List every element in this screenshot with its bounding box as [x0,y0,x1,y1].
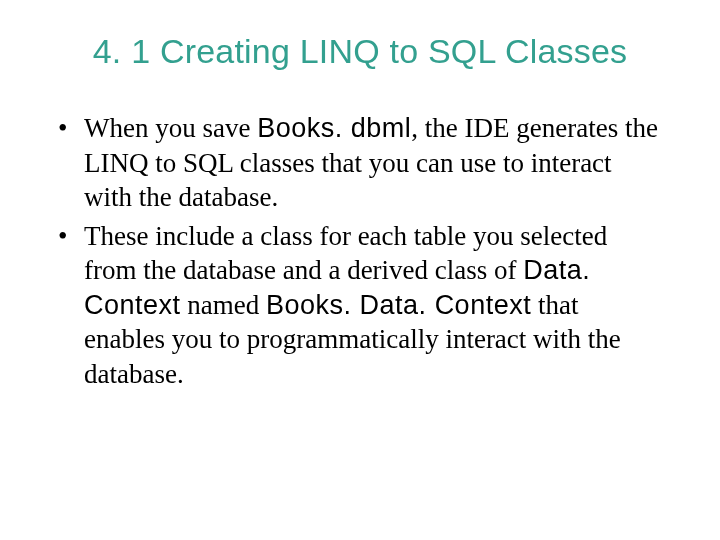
text-run: When you save [84,113,257,143]
list-item: When you save Books. dbml, the IDE gener… [54,111,660,215]
list-item: These include a class for each table you… [54,219,660,392]
bullet-list: When you save Books. dbml, the IDE gener… [50,111,670,391]
text-run: named [181,290,266,320]
code-run: Books. Data. Context [266,290,531,320]
slide: 4. 1 Creating LINQ to SQL Classes When y… [0,0,720,540]
code-run: Books. dbml [257,113,411,143]
slide-title: 4. 1 Creating LINQ to SQL Classes [50,32,670,71]
